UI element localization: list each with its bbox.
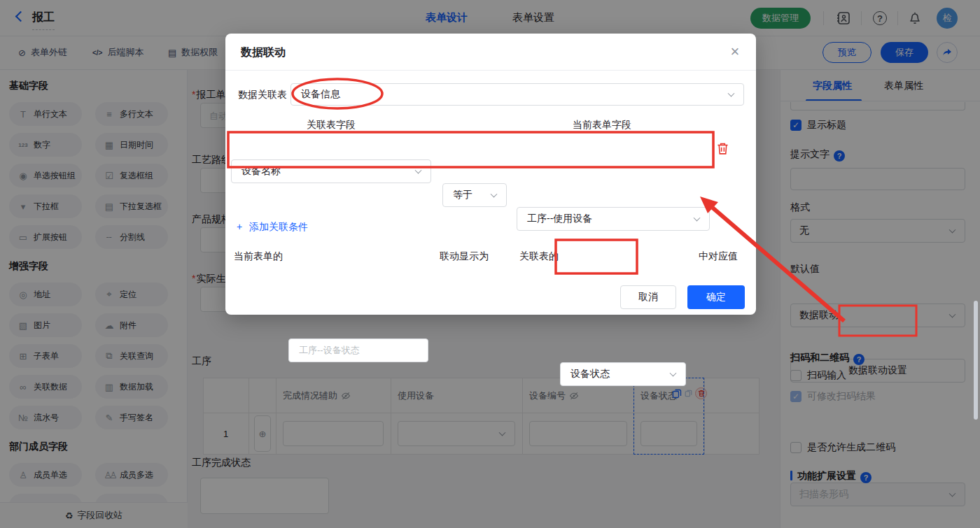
- panel-scrollbar[interactable]: [974, 301, 978, 420]
- relation-table-label: 数据关联表: [238, 89, 287, 101]
- operator-select[interactable]: 等于: [442, 183, 507, 207]
- current-field-input[interactable]: 工序--设备状态: [288, 338, 428, 362]
- chevron-down-icon: [728, 90, 735, 97]
- column-header-current-form-field: 当前表单字段: [505, 119, 699, 131]
- chevron-down-icon: [694, 215, 701, 222]
- relation-field-select[interactable]: 设备名称: [231, 159, 431, 183]
- chevron-down-icon: [415, 167, 422, 174]
- form-designer-app: 报工 表单设计 表单设置 数据管理 ? 检 ⊘ 表单外链 </> 后端脚本 ▤ …: [0, 0, 980, 528]
- confirm-button[interactable]: 确定: [687, 285, 745, 309]
- relation-display-field-select[interactable]: 设备状态: [560, 362, 686, 386]
- modal-header-divider: [225, 70, 756, 71]
- current-form-field-select[interactable]: 工序--使用设备: [517, 207, 710, 231]
- close-icon[interactable]: ×: [725, 42, 745, 62]
- chevron-down-icon: [491, 191, 498, 198]
- add-condition-link[interactable]: + 添加关联条件: [237, 221, 308, 234]
- cancel-button[interactable]: 取消: [620, 285, 676, 309]
- display-row-suffix: 中对应值: [699, 250, 738, 263]
- relation-table-select[interactable]: 设备信息: [290, 83, 744, 106]
- display-row-rel-label: 关联表的: [519, 250, 559, 263]
- delete-condition-icon[interactable]: [717, 142, 729, 158]
- plus-icon: +: [237, 221, 242, 232]
- display-row-prefix: 当前表单的: [234, 250, 283, 263]
- modal-title: 数据联动: [241, 45, 286, 60]
- chevron-down-icon: [670, 370, 677, 377]
- column-header-relation-field: 关联表字段: [231, 119, 431, 131]
- display-row-middle: 联动显示为: [440, 250, 489, 263]
- data-linkage-modal: 数据联动 × 数据关联表 设备信息 关联表字段 当前表单字段 设备名称 等于 工…: [225, 34, 756, 315]
